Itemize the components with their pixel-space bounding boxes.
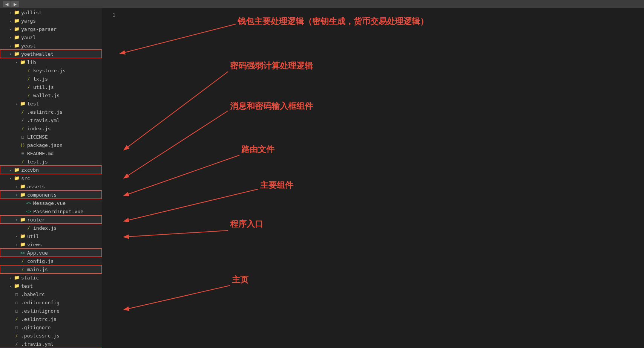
tree-item-wallet-js[interactable]: /wallet.js [0,91,102,99]
tree-item-travis-yml[interactable]: /.travis.yml [0,116,102,124]
tree-item-eslintrc-root[interactable]: /.eslintrc.js [0,315,102,323]
tree-item-eslintrc-js[interactable]: /.eslintrc.js [0,108,102,116]
tree-item-components[interactable]: 📁components [0,191,102,199]
chevron-components [14,192,20,198]
item-label-components: components [27,192,57,198]
chevron-yeast [8,43,14,49]
file-icon-license: □ [20,134,26,140]
tree-item-passwordinput-vue[interactable]: <>PasswordInput.vue [0,207,102,215]
tree-item-tx-js[interactable]: /tx.js [0,75,102,83]
file-icon-travis-yml: / [20,117,26,123]
nav-forward-button[interactable]: ▶ [11,1,19,7]
file-icon-util-js: / [26,84,32,90]
item-label-eslintignore: .eslintignore [21,308,60,314]
editor-area: 1 [102,8,644,348]
svg-line-6 [124,230,228,237]
folder-icon-components: 📁 [20,192,26,198]
tree-item-postcssrc[interactable]: /.postcssrc.js [0,331,102,340]
svg-line-5 [124,189,258,221]
chevron-assets [14,183,20,189]
file-icon-babelrc: □ [14,291,20,297]
tree-item-yargs-parser[interactable]: 📁yargs-parser [0,25,102,33]
tree-item-yallist[interactable]: 📁yallist [0,8,102,17]
tree-item-message-vue[interactable]: <>Message.vue [0,199,102,207]
item-label-eslintrc-js: .eslintrc.js [27,109,63,115]
folder-icon-test-folder: 📁 [20,101,26,107]
folder-icon-yargs-parser: 📁 [14,26,20,32]
tree-item-app-vue[interactable]: <>App.vue [0,249,102,257]
tree-item-babelrc[interactable]: □.babelrc [0,290,102,298]
item-label-views: views [27,242,42,247]
tree-item-zxcvbn[interactable]: 📁zxcvbn [0,166,102,174]
chevron-util [14,233,20,239]
tree-item-index-js[interactable]: /index.js [0,124,102,133]
tree-item-static[interactable]: 📁static [0,273,102,282]
tree-item-lib[interactable]: 📁lib [0,58,102,66]
folder-icon-yargs: 📁 [14,18,20,24]
tree-item-util-js[interactable]: /util.js [0,83,102,91]
tree-item-yeast[interactable]: 📁yeast [0,41,102,50]
tree-item-yauzl[interactable]: 📁yauzl [0,33,102,41]
folder-icon-static: 📁 [14,275,20,281]
tree-item-yargs[interactable]: 📁yargs [0,17,102,25]
folder-icon-yauzl: 📁 [14,34,20,40]
tree-item-test-js[interactable]: /test.js [0,157,102,166]
item-label-postcssrc: .postcssrc.js [21,333,60,339]
item-label-wallet-js: wallet.js [33,93,60,98]
file-icon-config-js: / [20,258,26,264]
tree-item-keystore-js[interactable]: /keystore.js [0,66,102,75]
file-icon-readme-md: ≡ [20,150,26,156]
file-icon-editorconfig: □ [14,299,20,305]
item-label-package-json: package.json [27,142,63,148]
svg-line-1 [121,24,236,53]
item-label-tx-js: tx.js [33,76,48,82]
chevron-test-folder [14,101,20,107]
tree-item-test-folder[interactable]: 📁test [0,99,102,108]
tree-item-license[interactable]: □LICENSE [0,133,102,141]
nav-back-button[interactable]: ◀ [3,1,11,7]
file-icon-index-js: / [20,125,26,131]
item-label-yeast: yeast [21,43,36,49]
folder-icon-assets: 📁 [20,183,26,189]
tree-item-yoethwallet[interactable]: 📁yoethwallet [0,50,102,58]
tree-item-config-js[interactable]: /config.js [0,257,102,265]
item-label-travis-root: .travis.yml [21,341,54,347]
file-icon-passwordinput-vue: <> [26,208,32,214]
item-label-static: static [21,275,39,281]
chevron-src [8,175,14,181]
tree-item-readme-md[interactable]: ≡README.md [0,149,102,157]
tree-item-assets[interactable]: 📁assets [0,182,102,191]
tree-item-router-index-js[interactable]: /index.js [0,224,102,232]
file-icon-message-vue: <> [26,200,32,206]
item-label-travis-yml: .travis.yml [27,118,60,123]
item-label-src: src [21,176,30,181]
tree-item-src[interactable]: 📁src [0,174,102,182]
tree-item-views[interactable]: 📁views [0,240,102,249]
tree-item-gitignore[interactable]: □.gitignore [0,323,102,331]
tree-item-test2[interactable]: 📁test [0,282,102,290]
item-label-app-vue: App.vue [27,250,48,256]
svg-line-3 [124,111,228,178]
tree-item-package-json[interactable]: {}package.json [0,141,102,149]
arrows-svg [102,8,644,348]
folder-icon-src: 📁 [14,175,20,181]
folder-icon-lib: 📁 [20,59,26,65]
tree-item-main-js[interactable]: /main.js [0,265,102,273]
tree-item-editorconfig[interactable]: □.editorconfig [0,298,102,307]
tree-item-travis-root[interactable]: /.travis.yml [0,340,102,348]
file-tree-sidebar[interactable]: 📁yallist📁yargs📁yargs-parser📁yauzl📁yeast📁… [0,8,102,348]
chevron-static [8,275,14,281]
annotations-overlay: 钱包主要处理逻辑（密钥生成，货币交易处理逻辑） 密码强弱计算处理逻辑 消息和密码… [102,8,644,348]
chevron-yauzl [8,34,14,40]
folder-icon-zxcvbn: 📁 [14,167,20,173]
item-label-yargs-parser: yargs-parser [21,26,57,32]
tree-item-eslintignore[interactable]: □.eslintignore [0,307,102,315]
file-icon-postcssrc: / [14,333,20,339]
line-numbers: 1 [102,8,117,21]
tree-item-util[interactable]: 📁util [0,232,102,240]
item-label-babelrc: .babelrc [21,292,45,297]
item-label-router: router [27,217,45,223]
top-bar: ◀ ▶ [0,0,644,8]
tree-item-router[interactable]: 📁router [0,215,102,224]
navigation-buttons[interactable]: ◀ ▶ [3,1,19,7]
